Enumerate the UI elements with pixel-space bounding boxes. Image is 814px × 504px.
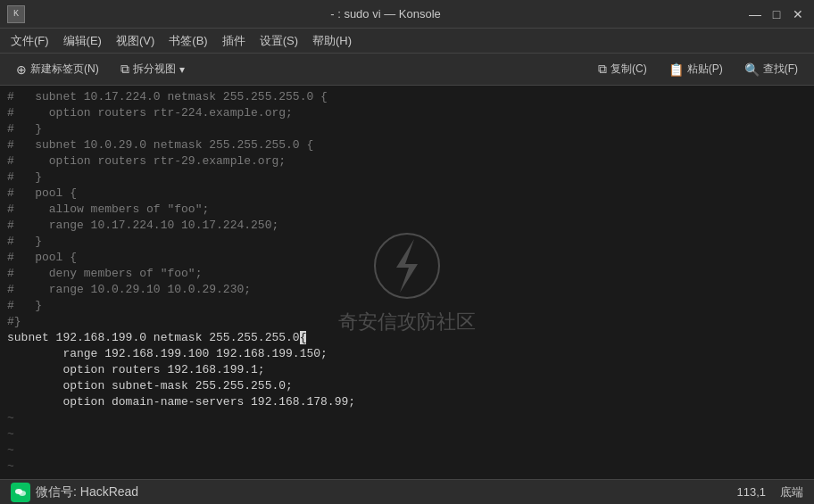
close-button[interactable]: ✕ <box>789 5 807 23</box>
editor-line: ~ <box>0 410 814 426</box>
menu-item-5[interactable]: 设置(S) <box>253 29 305 53</box>
line-content: option domain-name-servers 192.168.178.9… <box>0 394 814 410</box>
window-controls: — □ ✕ <box>746 5 807 23</box>
editor-line: option subnet-mask 255.255.255.0; <box>0 378 814 394</box>
statusbar-left: 微信号: HackRead <box>11 483 138 502</box>
paste-icon: 📋 <box>669 62 684 77</box>
app-icon-label: K <box>13 9 19 19</box>
tilde-line: ~ <box>0 426 814 442</box>
editor-lines: # subnet 10.17.224.0 netmask 255.255.255… <box>0 89 814 479</box>
line-content: # range 10.17.224.10 10.17.224.250; <box>0 218 814 234</box>
window-title: - : sudo vi — Konsole <box>25 7 746 21</box>
editor-line: # deny members of "foo"; <box>0 266 814 282</box>
menu-item-6[interactable]: 帮助(H) <box>305 29 359 53</box>
editor-line: # pool { <box>0 250 814 266</box>
line-content: # subnet 10.17.224.0 netmask 255.255.255… <box>0 89 814 105</box>
titlebar-left: K <box>7 5 25 23</box>
editor-line: ~ <box>0 459 814 475</box>
minimize-button[interactable]: — <box>746 5 764 23</box>
editor-line: # range 10.0.29.10 10.0.29.230; <box>0 282 814 298</box>
svg-point-3 <box>19 491 26 496</box>
editor-line: ~ <box>0 426 814 442</box>
line-content: # option routers rtr-29.example.org; <box>0 153 814 169</box>
editor-line: option routers 192.168.199.1; <box>0 362 814 378</box>
editor-line: # pool { <box>0 186 814 202</box>
line-content: subnet 192.168.199.0 netmask 255.255.255… <box>0 330 814 346</box>
editor-mode: 底端 <box>780 484 803 500</box>
line-content: # } <box>0 234 814 250</box>
editor-line: # allow members of "foo"; <box>0 202 814 218</box>
new-tab-icon: ⊕ <box>16 62 27 77</box>
find-button[interactable]: 🔍 查找(F) <box>735 58 807 80</box>
menu-item-1[interactable]: 编辑(E) <box>56 29 109 53</box>
toolbar: ⊕ 新建标签页(N) ⧉ 拆分视图 ▾ ⧉ 复制(C) 📋 粘贴(P) 🔍 查找… <box>0 54 814 86</box>
menu-item-0[interactable]: 文件(F) <box>4 29 56 53</box>
editor-line: # subnet 10.0.29.0 netmask 255.255.255.0… <box>0 137 814 153</box>
line-content: option subnet-mask 255.255.255.0; <box>0 378 814 394</box>
editor-line: ~ <box>0 442 814 459</box>
wechat-badge: 微信号: HackRead <box>11 483 138 502</box>
paste-label: 粘贴(P) <box>687 62 723 77</box>
wechat-icon <box>11 483 30 502</box>
line-content: range 192.168.199.100 192.168.199.150; <box>0 346 814 362</box>
menu-item-3[interactable]: 书签(B) <box>162 29 214 53</box>
copy-icon: ⧉ <box>598 62 607 77</box>
editor-line: # range 10.17.224.10 10.17.224.250; <box>0 218 814 234</box>
editor-line: # } <box>0 298 814 314</box>
toolbar-right: ⧉ 复制(C) 📋 粘贴(P) 🔍 查找(F) <box>589 58 807 80</box>
editor-line: ~ <box>0 475 814 479</box>
menu-item-4[interactable]: 插件 <box>215 29 253 53</box>
editor-area: 奇安信攻防社区 # subnet 10.17.224.0 netmask 255… <box>0 86 814 479</box>
new-tab-button[interactable]: ⊕ 新建标签页(N) <box>7 58 108 80</box>
tilde-line: ~ <box>0 475 814 479</box>
menu-item-2[interactable]: 视图(V) <box>109 29 162 53</box>
copy-label: 复制(C) <box>610 62 647 77</box>
line-content: # pool { <box>0 250 814 266</box>
split-view-label: 拆分视图 <box>133 62 176 77</box>
find-label: 查找(F) <box>763 62 798 77</box>
tilde-line: ~ <box>0 442 814 459</box>
statusbar-right: 113,1 底端 <box>736 484 803 500</box>
editor-line: # option routers rtr-224.example.org; <box>0 105 814 121</box>
line-content: # deny members of "foo"; <box>0 266 814 282</box>
line-content: # } <box>0 169 814 186</box>
app-icon: K <box>7 5 25 23</box>
line-content: # pool { <box>0 186 814 202</box>
menubar: 文件(F)编辑(E)视图(V)书签(B)插件设置(S)帮助(H) <box>0 29 814 54</box>
copy-button[interactable]: ⧉ 复制(C) <box>589 58 656 80</box>
wechat-logo-svg <box>14 486 27 499</box>
editor-line: range 192.168.199.100 192.168.199.150; <box>0 346 814 362</box>
editor-line: # } <box>0 169 814 186</box>
cursor-position: 113,1 <box>736 485 766 499</box>
line-content: # range 10.0.29.10 10.0.29.230; <box>0 282 814 298</box>
find-icon: 🔍 <box>744 62 760 77</box>
paste-button[interactable]: 📋 粘贴(P) <box>660 58 732 80</box>
line-content: # option routers rtr-224.example.org; <box>0 105 814 121</box>
split-icon: ⧉ <box>120 62 129 77</box>
maximize-button[interactable]: □ <box>768 5 785 23</box>
line-content: option routers 192.168.199.1; <box>0 362 814 378</box>
editor-line: #} <box>0 314 814 330</box>
tilde-line: ~ <box>0 410 814 426</box>
text-cursor: { <box>300 331 307 344</box>
editor-line: # } <box>0 234 814 250</box>
editor-line: # } <box>0 121 814 137</box>
editor-line: option domain-name-servers 192.168.178.9… <box>0 394 814 410</box>
titlebar: K - : sudo vi — Konsole — □ ✕ <box>0 0 814 29</box>
line-content: # } <box>0 298 814 314</box>
wechat-label: 微信号: HackRead <box>36 484 138 500</box>
tilde-line: ~ <box>0 459 814 475</box>
editor-line: # subnet 10.17.224.0 netmask 255.255.255… <box>0 89 814 105</box>
split-view-arrow: ▾ <box>179 63 185 76</box>
line-content: # allow members of "foo"; <box>0 202 814 218</box>
line-content: # subnet 10.0.29.0 netmask 255.255.255.0… <box>0 137 814 153</box>
statusbar: 微信号: HackRead 113,1 底端 <box>0 479 814 504</box>
new-tab-label: 新建标签页(N) <box>30 62 99 77</box>
editor-line: # option routers rtr-29.example.org; <box>0 153 814 169</box>
split-view-button[interactable]: ⧉ 拆分视图 ▾ <box>112 58 194 80</box>
line-content: # } <box>0 121 814 137</box>
editor-line: subnet 192.168.199.0 netmask 255.255.255… <box>0 330 814 346</box>
line-content: #} <box>0 314 814 330</box>
